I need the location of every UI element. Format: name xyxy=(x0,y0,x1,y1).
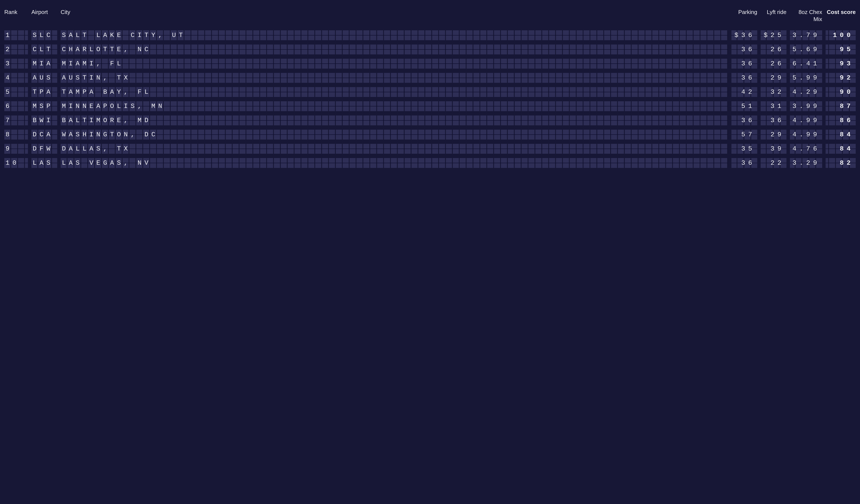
airport-code: BWI xyxy=(31,115,57,125)
cell-chex: $3.79 xyxy=(790,30,822,40)
lyft-cost: 31 xyxy=(761,101,787,111)
cost-score: 90 xyxy=(826,87,856,97)
cell-city: TAMPA BAY, FL xyxy=(61,87,728,97)
chex-cost: 13.29 xyxy=(790,158,822,168)
cell-chex: 4.76 xyxy=(790,144,822,154)
cell-rank: 4 xyxy=(4,73,28,83)
lyft-cost: 26 xyxy=(761,59,787,69)
cell-lyft: 36 xyxy=(761,115,787,125)
lyft-cost: 39 xyxy=(761,144,787,154)
cell-airport: AUS xyxy=(31,73,57,83)
city-name: BALTIMORE, MD xyxy=(61,115,728,125)
parking-cost: 36 xyxy=(731,59,757,69)
cell-rank: 1 xyxy=(4,30,28,40)
cost-score: 92 xyxy=(826,73,856,83)
cell-lyft: 29 xyxy=(761,130,787,140)
cell-rank: 7 xyxy=(4,115,28,125)
cell-score: 90 xyxy=(826,87,856,97)
rank-value: 5 xyxy=(4,87,28,97)
city-name: SALT LAKE CITY, UT xyxy=(61,30,728,40)
chex-cost: 6.41 xyxy=(790,59,822,69)
airport-code: LAS xyxy=(31,158,57,168)
cost-score: 84 xyxy=(826,130,856,140)
rank-value: 7 xyxy=(4,115,28,125)
cell-rank: 6 xyxy=(4,101,28,111)
cell-parking: 36 xyxy=(731,115,757,125)
cell-airport: CLT xyxy=(31,44,57,54)
cell-chex: 6.41 xyxy=(790,59,822,69)
table-row: 10LASLAS VEGAS, NV362213.2982 xyxy=(4,158,856,168)
chex-cost: 5.99 xyxy=(790,73,822,83)
col-header-chex: 8oz Chex Mix xyxy=(790,9,822,23)
chex-cost: 4.99 xyxy=(790,115,822,125)
lyft-cost: 32 xyxy=(761,87,787,97)
chex-cost: 4.99 xyxy=(790,130,822,140)
cell-rank: 10 xyxy=(4,158,28,168)
cell-rank: 9 xyxy=(4,144,28,154)
cell-lyft: 31 xyxy=(761,101,787,111)
cell-city: LAS VEGAS, NV xyxy=(61,158,728,168)
table-row: 5TPATAMPA BAY, FL42324.2990 xyxy=(4,87,856,97)
cell-lyft: 32 xyxy=(761,87,787,97)
city-name: WASHINGTON, DC xyxy=(61,130,728,140)
cost-score: 84 xyxy=(826,144,856,154)
cell-chex: 5.99 xyxy=(790,73,822,83)
chex-cost: $3.79 xyxy=(790,30,822,40)
airport-code: DCA xyxy=(31,130,57,140)
rank-value: 6 xyxy=(4,101,28,111)
rank-value: 8 xyxy=(4,130,28,140)
lyft-cost: 29 xyxy=(761,130,787,140)
col-header-rank: Rank xyxy=(4,9,28,16)
table-row: 8DCAWASHINGTON, DC57294.9984 xyxy=(4,130,856,140)
cell-airport: MSP xyxy=(31,101,57,111)
cell-score: 92 xyxy=(826,73,856,83)
cell-city: SALT LAKE CITY, UT xyxy=(61,30,728,40)
cell-airport: BWI xyxy=(31,115,57,125)
airport-cost-board: Rank Airport City Parking Lyft ride 8oz … xyxy=(0,0,860,181)
chex-cost: 4.29 xyxy=(790,87,822,97)
city-name: CHARLOTTE, NC xyxy=(61,44,728,54)
parking-cost: 57 xyxy=(731,130,757,140)
cell-chex: 5.69 xyxy=(790,44,822,54)
cell-score: 84 xyxy=(826,130,856,140)
cell-lyft: 29 xyxy=(761,73,787,83)
table-row: 7BWIBALTIMORE, MD36364.9986 xyxy=(4,115,856,125)
city-name: DALLAS, TX xyxy=(61,144,728,154)
cell-parking: 57 xyxy=(731,130,757,140)
cell-parking: 36 xyxy=(731,73,757,83)
cell-city: CHARLOTTE, NC xyxy=(61,44,728,54)
airport-code: AUS xyxy=(31,73,57,83)
cost-score: 100 xyxy=(826,30,856,40)
parking-cost: 36 xyxy=(731,115,757,125)
airport-code: MIA xyxy=(31,59,57,69)
city-name: MINNEAPOLIS, MN xyxy=(61,101,728,111)
airport-code: TPA xyxy=(31,87,57,97)
lyft-cost: 36 xyxy=(761,115,787,125)
lyft-cost: $25 xyxy=(761,30,787,40)
cost-score: 87 xyxy=(826,101,856,111)
col-header-score: Cost score xyxy=(826,9,856,16)
cell-city: BALTIMORE, MD xyxy=(61,115,728,125)
parking-cost: 36 xyxy=(731,44,757,54)
rank-value: 2 xyxy=(4,44,28,54)
parking-cost: 36 xyxy=(731,73,757,83)
cell-score: 84 xyxy=(826,144,856,154)
parking-cost: 42 xyxy=(731,87,757,97)
table-row: 4AUSAUSTIN, TX36295.9992 xyxy=(4,73,856,83)
lyft-cost: 22 xyxy=(761,158,787,168)
parking-cost: 51 xyxy=(731,101,757,111)
parking-cost: 36 xyxy=(731,158,757,168)
table-header-row: Rank Airport City Parking Lyft ride 8oz … xyxy=(4,9,856,30)
cell-parking: $36 xyxy=(731,30,757,40)
airport-code: SLC xyxy=(31,30,57,40)
cell-rank: 5 xyxy=(4,87,28,97)
city-name: AUSTIN, TX xyxy=(61,73,728,83)
cell-score: 86 xyxy=(826,115,856,125)
city-name: TAMPA BAY, FL xyxy=(61,87,728,97)
airport-code: DFW xyxy=(31,144,57,154)
cell-parking: 51 xyxy=(731,101,757,111)
cell-lyft: 26 xyxy=(761,59,787,69)
col-header-city: City xyxy=(61,9,728,16)
chex-cost: 3.99 xyxy=(790,101,822,111)
rank-value: 10 xyxy=(4,158,28,168)
